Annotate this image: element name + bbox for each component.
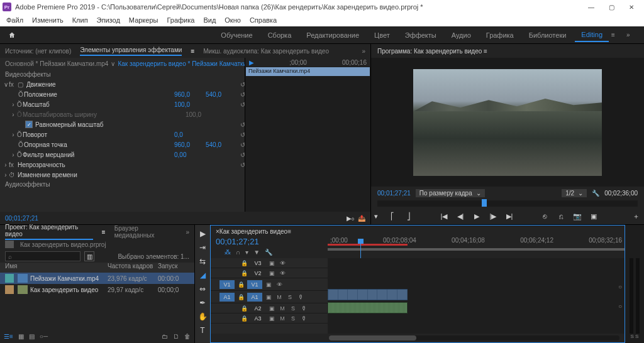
track-v3[interactable]: V3	[250, 259, 265, 268]
maximize-button[interactable]: ▢	[601, 1, 621, 13]
prop-flicker[interactable]: Фильтр мерцаний	[23, 151, 174, 158]
freeform-icon[interactable]: ▤	[29, 333, 35, 340]
audio-clip[interactable]	[328, 302, 408, 313]
tab-effect-controls[interactable]: Элементы управления эффектами	[80, 46, 182, 56]
menu-help[interactable]: Справка	[246, 15, 280, 25]
prop-scale[interactable]: Масштаб	[23, 101, 174, 108]
track-a2[interactable]: A2	[250, 304, 265, 313]
tab-project[interactable]: Проект: Как зарендерить видео	[5, 224, 93, 240]
prop-anchor[interactable]: Опорная точка	[24, 141, 174, 148]
wrench-icon[interactable]: 🔧	[265, 249, 272, 256]
extract-icon[interactable]: ⎌	[556, 211, 566, 221]
ws-learning[interactable]: Обучение	[214, 29, 258, 41]
col-start[interactable]: Запуск	[158, 263, 189, 273]
marker-add-icon[interactable]: ▾	[245, 249, 248, 256]
tab-media-browser[interactable]: Браузер медиаданных	[114, 225, 177, 239]
razor-tool[interactable]: ◢	[197, 270, 208, 280]
add-button-icon[interactable]: ＋	[634, 211, 644, 221]
close-button[interactable]: ✕	[621, 1, 641, 13]
timeline-ruler[interactable]: ;00;0000;02;08;0400;04;16;0800;06;24;120…	[328, 237, 625, 251]
video-clip[interactable]	[328, 289, 408, 300]
timeline-clips-area[interactable]: ○○	[328, 258, 625, 334]
snap-icon[interactable]: ⁂	[225, 249, 231, 256]
effect-opacity[interactable]: Непрозрачность	[18, 161, 237, 168]
ec-timecode[interactable]: 00;01;27;21	[5, 215, 38, 222]
anchor-x[interactable]: 960,0	[174, 141, 206, 148]
home-button[interactable]	[5, 29, 19, 41]
ws-menu-icon[interactable]: ≡	[611, 31, 624, 38]
menu-window[interactable]: Окно	[221, 15, 245, 25]
prop-rotation[interactable]: Поворот	[23, 131, 174, 138]
track-v2[interactable]: V2	[250, 269, 265, 278]
lift-icon[interactable]: ⎋	[540, 211, 550, 221]
ripple-tool[interactable]: ⇆	[197, 256, 208, 266]
uniform-scale-checkbox[interactable]: ✓	[25, 121, 33, 128]
ec-sequence-clip[interactable]: Как зарендерить видео * Пейзажи Камчатки…	[118, 60, 260, 67]
ws-editing[interactable]: Editing	[575, 28, 609, 42]
program-timecode[interactable]: 00;01;27;21	[377, 190, 411, 197]
loop-icon[interactable]: ▶₀	[347, 215, 354, 222]
in-point-icon[interactable]: ⎡	[387, 211, 397, 221]
track-v1[interactable]: V1	[247, 280, 262, 289]
menu-sequence[interactable]: Эпизод	[93, 15, 124, 25]
hand-tool[interactable]: ✋	[197, 312, 208, 322]
track-options-icon[interactable]: ○	[618, 303, 622, 310]
ws-audio[interactable]: Аудио	[445, 29, 477, 41]
marker-icon[interactable]: ▾	[371, 211, 381, 221]
settings-icon[interactable]: ▼	[253, 249, 260, 256]
new-bin-icon[interactable]: 🗀	[162, 333, 168, 340]
tab-audio-mixer[interactable]: Микш. аудиоклипа: Как зарендерить видео	[203, 48, 329, 55]
menu-file[interactable]: Файл	[3, 15, 27, 25]
col-fps[interactable]: Частота кадров	[108, 263, 158, 273]
new-item-icon[interactable]: 🗋	[173, 333, 179, 340]
ws-assembly[interactable]: Сборка	[262, 29, 298, 41]
menu-markers[interactable]: Маркеры	[125, 15, 162, 25]
timeline-timecode[interactable]: 00;01;27;21	[216, 237, 323, 246]
list-view-icon[interactable]: ☰≡	[4, 333, 13, 340]
menu-view[interactable]: Вид	[199, 15, 219, 25]
go-in-icon[interactable]: |◀	[439, 211, 449, 221]
play-icon[interactable]: ▶	[472, 211, 482, 221]
step-fwd-icon[interactable]: |▶	[488, 211, 498, 221]
snapshot-icon[interactable]: 📷	[572, 211, 582, 221]
effect-motion[interactable]: Движение	[26, 81, 237, 88]
timeline-title[interactable]: Как зарендерить видео	[219, 228, 287, 235]
project-item[interactable]: Пейзажи Камчатки.mp423,976 кадр/с00:00:0	[0, 273, 194, 284]
export-icon[interactable]: 📤	[358, 215, 365, 222]
search-input[interactable]	[5, 251, 80, 261]
lock-icon[interactable]: 🔒	[240, 260, 248, 266]
project-item[interactable]: Как зарендерить видео29,97 кадр/с00;00;0	[0, 284, 194, 295]
track-a1[interactable]: A1	[247, 293, 262, 302]
zoom-dropdown[interactable]: 1/2⌄	[562, 189, 587, 197]
program-scrubber[interactable]	[377, 200, 638, 207]
position-x[interactable]: 960,0	[174, 91, 206, 98]
source-v1[interactable]: V1	[219, 280, 235, 289]
compare-icon[interactable]: ▣	[589, 211, 599, 221]
ws-editing-ru[interactable]: Редактирование	[300, 29, 365, 41]
rotation-value[interactable]: 0,0	[174, 131, 206, 138]
type-tool[interactable]: T	[197, 325, 208, 335]
prop-position[interactable]: Положение	[24, 91, 174, 98]
pen-tool[interactable]: ✒	[197, 298, 208, 308]
delete-icon[interactable]: 🗑	[184, 333, 191, 340]
menu-edit[interactable]: Изменить	[28, 15, 67, 25]
flicker-value[interactable]: 0,00	[174, 151, 206, 158]
col-name[interactable]: Имя	[5, 263, 108, 273]
scale-value[interactable]: 100,0	[174, 101, 206, 108]
linked-icon[interactable]: ∩	[236, 249, 240, 256]
settings-icon[interactable]: 🔧	[592, 190, 599, 197]
icon-view-icon[interactable]: ▦	[18, 333, 24, 340]
program-viewer[interactable]	[413, 69, 602, 176]
ws-effects[interactable]: Эффекты	[399, 29, 443, 41]
out-point-icon[interactable]: ⎦	[404, 211, 414, 221]
source-a1[interactable]: A1	[219, 293, 235, 302]
ws-overflow-icon[interactable]: »	[626, 31, 639, 38]
fit-dropdown[interactable]: По размеру кадра⌄	[416, 189, 485, 197]
slip-tool[interactable]: ⇔	[197, 284, 208, 294]
ws-libraries[interactable]: Библиотеки	[523, 29, 573, 41]
menu-clip[interactable]: Клип	[69, 15, 92, 25]
track-select-tool[interactable]: ⇥	[197, 242, 208, 253]
tab-source[interactable]: Источник: (нет клипов)	[5, 48, 71, 55]
track-a3[interactable]: A3	[250, 314, 265, 323]
timeline-scrollbar[interactable]	[329, 335, 619, 340]
